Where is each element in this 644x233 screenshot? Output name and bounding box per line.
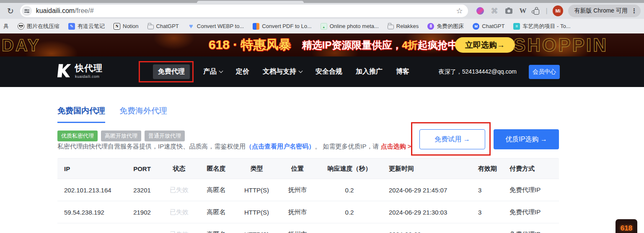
site-navbar: 快代理 kuaidaili.com 免费代理 产品 定价 文档与支持 安全合规 … [0, 56, 644, 87]
nav-item-pricing[interactable]: 定价 [236, 67, 249, 76]
tab-domestic-free-proxy[interactable]: 免费国内代理 [57, 105, 105, 123]
cell-updated: 2024-06-29 [382, 231, 471, 233]
browser-toolbar: ↻ kuaidaili.com/free/# ☆ ⌘ W | Mi 有新版 Ch… [0, 3, 644, 19]
floating-618-badge[interactable]: 618 [616, 219, 637, 233]
col-header-anonymity: 匿名度 [197, 165, 235, 173]
pdf-converter-icon [253, 23, 259, 30]
banner-title: 618 · 特惠风暴 [209, 36, 291, 54]
bookmark-item[interactable]: 车艺尚的项目 - To... [513, 23, 570, 30]
tag-high-anonymous-open-proxy[interactable]: 高匿开放代理 [101, 131, 141, 141]
reload-icon[interactable]: ↻ [5, 6, 16, 16]
col-header-updated: 更新时间 [382, 165, 471, 173]
command-extension-icon[interactable]: ⌘ [491, 7, 498, 15]
tab-overseas-free-proxy[interactable]: 免费海外代理 [119, 105, 167, 123]
nav-item-label: 免费代理 [158, 67, 185, 76]
cell-type: HTTP(S) [235, 187, 278, 194]
bookmark-star-icon[interactable]: ☆ [456, 6, 463, 15]
extensions-puzzle-icon[interactable] [534, 9, 539, 15]
cell-speed: 0.2 [317, 187, 382, 194]
cell-validity: 3 [471, 187, 503, 194]
profile-avatar[interactable]: Mi [553, 5, 564, 16]
premium-ip-buy-button[interactable]: 优质IP选购 → [494, 129, 559, 149]
bookmark-label: 免费的图床 [437, 23, 464, 30]
brain-extension-icon[interactable] [476, 7, 484, 15]
free-trial-button[interactable]: 免费试用 → [419, 129, 485, 149]
address-bar[interactable]: kuaidaili.com/free/# ☆ [20, 5, 468, 17]
tag-normal-open-proxy[interactable]: 普通开放代理 [145, 131, 185, 141]
nav-item-products[interactable]: 产品 [203, 67, 222, 76]
bookmark-item[interactable]: 图片在线压缩 [18, 23, 59, 30]
chevron-down-icon [219, 69, 223, 73]
nav-menu: 免费代理 产品 定价 文档与支持 安全合规 加入推广 博客 [153, 56, 409, 87]
bookmark-item[interactable]: 有道云笔记 [68, 23, 105, 30]
nav-item-affiliate[interactable]: 加入推广 [356, 67, 383, 76]
nav-item-label: 产品 [203, 67, 217, 76]
col-header-type: 类型 [235, 165, 278, 173]
cell-anonymity: 高匿名 [197, 186, 235, 194]
bookmark-label: Convert WEBP to... [197, 23, 244, 29]
purple-8-icon [427, 23, 434, 30]
nav-item-docs-support[interactable]: 文档与支持 [263, 67, 302, 76]
bookmark-folder[interactable]: ChatGPT [147, 23, 179, 29]
toolbar-divider: | [546, 7, 548, 15]
logo-subtitle: kuaidaili.com [75, 74, 103, 79]
cell-location: 抚州市 [278, 186, 317, 194]
camera-extension-icon[interactable] [505, 8, 512, 14]
bookmark-label: ChatGPT [156, 23, 179, 29]
nav-item-free-proxy[interactable]: 免费代理 [153, 64, 190, 79]
table-row: 202.101.213.164 23201 已失效 高匿名 HTTP(S) 抚州… [57, 179, 559, 201]
panda-icon [18, 23, 24, 30]
nav-item-blog[interactable]: 博客 [396, 67, 409, 76]
description-text: 私密代理由快代理自营服务器提供，IP速度快、品质高，需鉴权使用 [57, 143, 246, 150]
bookmark-item[interactable]: Notion [114, 23, 139, 30]
cell-status: 已失效 [161, 186, 197, 194]
kuaidaili-logo[interactable]: 快代理 kuaidaili.com [56, 62, 103, 79]
banner-subtitle: 精选IP资源限量供应，4折起疯抢中! [302, 38, 461, 52]
cell-type: HTTP(S) [235, 231, 278, 233]
wikipedia-extension-icon[interactable]: W [520, 7, 527, 15]
bookmark-item[interactable]: 免费的图床 [427, 23, 464, 30]
cell-type: HTTP(S) [235, 209, 278, 216]
url-text: kuaidaili.com/free/# [36, 7, 94, 15]
url-path: /free/# [75, 7, 93, 14]
chrome-update-button[interactable]: 有新版 Chrome 可用 ⋮ [568, 5, 641, 17]
bookmark-label: 具 [3, 23, 9, 30]
site-settings-icon[interactable] [22, 6, 32, 16]
col-header-status: 状态 [161, 165, 197, 173]
cell-port: 23201 [123, 187, 161, 194]
logo-title: 快代理 [75, 62, 103, 74]
browser-menu-icon[interactable]: ⋮ [631, 7, 637, 15]
chatgpt-icon [473, 23, 479, 30]
banner-buy-now-button[interactable]: 立即选购→ [455, 37, 515, 53]
photo-icon [321, 23, 327, 30]
bookmark-item[interactable]: 具 [3, 23, 9, 30]
member-center-button[interactable]: 会员中心 [529, 65, 560, 79]
bookmark-item[interactable]: Convert WEBP to... [188, 23, 244, 30]
col-header-payment: 付费方式 [503, 165, 559, 173]
nav-item-label: 加入推广 [356, 67, 383, 76]
cell-validity: 3 [471, 209, 503, 216]
cell-payment: 免费代理IP [503, 186, 559, 194]
proxy-description: 私密代理由快代理自营服务器提供，IP速度快、品质高，需鉴权使用（点击查看用户名密… [57, 143, 411, 151]
bookmark-item[interactable]: Convert PDF to Lo... [253, 23, 312, 30]
col-header-validity: 有效期 [471, 165, 503, 173]
banner-text: 618 · 特惠风暴 精选IP资源限量供应，4折起疯抢中! [209, 33, 461, 56]
cell-port: 21902 [123, 209, 161, 216]
bookmark-label: Convert PDF to Lo... [262, 23, 312, 29]
account-greeting[interactable]: 夜深了，524134442@qq.com [439, 56, 517, 87]
promo-banner: DAY 618 · 特惠风暴 精选IP资源限量供应，4折起疯抢中! 立即选购→ … [0, 33, 644, 56]
folder-icon [147, 25, 154, 29]
bookmark-item[interactable]: ChatGPT [473, 23, 504, 30]
tag-premium-private-proxy[interactable]: 优质私密代理 [57, 131, 98, 141]
extension-icons: ⌘ W [476, 7, 539, 15]
bookmark-label: ChatGPT [482, 23, 504, 29]
nav-item-compliance[interactable]: 安全合规 [316, 67, 342, 76]
nav-item-label: 文档与支持 [263, 67, 296, 76]
click-to-buy-link[interactable]: 点击选购 > [381, 143, 411, 150]
view-credentials-link[interactable]: （点击查看用户名密码） [246, 143, 315, 150]
cell-ip: 202.101.213.164 [57, 187, 123, 194]
bookmark-item[interactable]: Online photo meta... [321, 23, 379, 30]
teal-list-icon [513, 23, 520, 30]
nav-item-label: 博客 [396, 67, 409, 76]
bookmark-folder[interactable]: Relakkes [388, 23, 419, 29]
